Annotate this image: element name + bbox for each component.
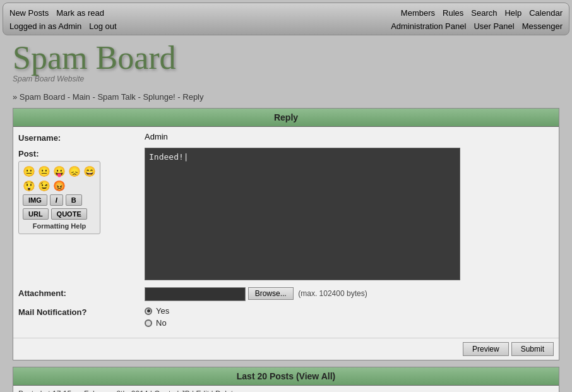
format-row-2: URL QUOTE	[23, 208, 96, 220]
mail-options: Yes No	[145, 306, 554, 328]
formatting-toolbar: 😐 😐 😛 😞 😄 😲 😉 😡 IMG	[18, 161, 100, 234]
max-size-label: (max. 102400 bytes)	[298, 289, 367, 298]
mail-radio-group: Yes No	[145, 306, 554, 328]
main-content: Spam Board Spam Board Website » Spam Boa…	[13, 42, 559, 392]
calendar-link[interactable]: Calendar	[529, 8, 563, 18]
nav-right-top: Members Rules Search Help Calendar	[401, 8, 563, 18]
submit-button[interactable]: Submit	[511, 342, 554, 356]
browse-button[interactable]: Browse...	[248, 287, 294, 300]
last-posts-title-close: )	[333, 371, 336, 381]
view-all-link[interactable]: View All	[299, 371, 333, 381]
reply-header: Reply	[13, 109, 559, 127]
italic-button[interactable]: I	[50, 194, 63, 206]
emoji-smile[interactable]: 😐	[38, 165, 51, 177]
logo-subtitle: Spam Board Website	[13, 74, 176, 83]
user-panel-link[interactable]: User Panel	[474, 21, 514, 31]
post-row: Post: 😐 😐 😛 😞 😄 😲 😉	[18, 148, 554, 282]
breadcrumb-trail[interactable]: Spam Board - Main - Spam Talk - Splunge!…	[20, 92, 204, 102]
reply-body: Username: Admin Post: 😐 😐 😛 😞	[13, 127, 559, 338]
mail-label: Mail Notification?	[18, 306, 145, 317]
last-posts-header: Last 20 Posts (View All)	[13, 367, 559, 386]
reply-container: Reply Username: Admin Post: 😐 😐	[13, 108, 559, 360]
mark-as-read-link[interactable]: Mark as read	[56, 8, 104, 18]
search-link[interactable]: Search	[471, 8, 497, 18]
logout-link[interactable]: Log out	[89, 21, 116, 31]
emoji-row-2: 😲 😉 😡	[23, 180, 96, 192]
nav-left-top: New Posts Mark as read	[9, 8, 104, 18]
logo-title: Spam Board	[13, 42, 176, 74]
last-posts-container: Last 20 Posts (View All) Posted at 17:15…	[13, 367, 559, 392]
preview-button[interactable]: Preview	[463, 342, 509, 356]
emoji-grin[interactable]: 😄	[83, 165, 96, 177]
format-row-1: IMG I B	[23, 194, 96, 206]
bold-button[interactable]: B	[66, 194, 82, 206]
breadcrumb: » Spam Board - Main - Spam Talk - Splung…	[13, 92, 559, 102]
emoji-eek[interactable]: 😲	[23, 180, 35, 192]
logged-in-label: Logged in as Admin	[9, 21, 81, 31]
mail-notification-row: Mail Notification? Yes No	[18, 306, 554, 328]
attachment-value: Browse... (max. 102400 bytes)	[145, 287, 554, 301]
formatting-help-link[interactable]: Formatting Help	[23, 222, 96, 230]
post-textarea-container: Indeed!|	[145, 148, 554, 282]
help-link[interactable]: Help	[504, 8, 521, 18]
attachment-row: Attachment: Browse... (max. 102400 bytes…	[18, 287, 554, 301]
top-navigation: New Posts Mark as read Members Rules Sea…	[3, 3, 569, 35]
submit-row: Preview Submit	[13, 338, 559, 360]
img-button[interactable]: IMG	[23, 194, 47, 206]
emoji-angry[interactable]: 😡	[53, 180, 66, 192]
mail-no-label[interactable]: No	[145, 318, 554, 328]
attachment-input[interactable]	[145, 287, 246, 301]
mail-no-text: No	[156, 318, 167, 328]
emoji-tongue[interactable]: 😛	[53, 165, 66, 177]
nav-row-1: New Posts Mark as read Members Rules Sea…	[9, 6, 563, 20]
post-label: Post: 😐 😐 😛 😞 😄 😲 😉	[18, 148, 145, 234]
last-posts-title: Last 20 Posts (	[237, 371, 299, 381]
nav-row-2: Logged in as Admin Log out Administratio…	[9, 20, 563, 32]
username-text: Admin	[145, 132, 168, 141]
mail-yes-text: Yes	[156, 306, 169, 316]
new-posts-link[interactable]: New Posts	[9, 8, 49, 18]
nav-left-bottom: Logged in as Admin Log out	[9, 21, 117, 31]
logo-area: Spam Board Spam Board Website	[13, 42, 559, 88]
emoji-neutral[interactable]: 😐	[23, 165, 35, 177]
username-row: Username: Admin	[18, 132, 554, 143]
username-value: Admin	[145, 132, 554, 141]
first-post-info: Posted at 17:15 on February 8th, 2014 | …	[18, 389, 237, 392]
quote-button[interactable]: QUOTE	[51, 208, 87, 220]
emoji-sad[interactable]: 😞	[68, 165, 81, 177]
username-label: Username:	[18, 132, 145, 143]
post-textarea[interactable]: Indeed!|	[145, 148, 460, 280]
logo-text: Spam Board Spam Board Website	[13, 42, 176, 88]
attachment-label: Attachment:	[18, 287, 145, 298]
emoji-row-1: 😐 😐 😛 😞 😄	[23, 165, 96, 177]
nav-right-bottom: Administration Panel User Panel Messenge…	[391, 21, 563, 31]
emoji-wink[interactable]: 😉	[38, 180, 51, 192]
messenger-link[interactable]: Messenger	[522, 21, 563, 31]
breadcrumb-prefix: »	[13, 92, 20, 102]
rules-link[interactable]: Rules	[443, 8, 463, 18]
mail-yes-radio[interactable]	[145, 307, 152, 315]
mail-no-radio[interactable]	[145, 319, 152, 327]
mail-yes-label[interactable]: Yes	[145, 306, 554, 316]
members-link[interactable]: Members	[401, 8, 435, 18]
last-posts-body: Posted at 17:15 on February 8th, 2014 | …	[13, 386, 559, 392]
url-button[interactable]: URL	[23, 208, 49, 220]
admin-panel-link[interactable]: Administration Panel	[391, 21, 466, 31]
